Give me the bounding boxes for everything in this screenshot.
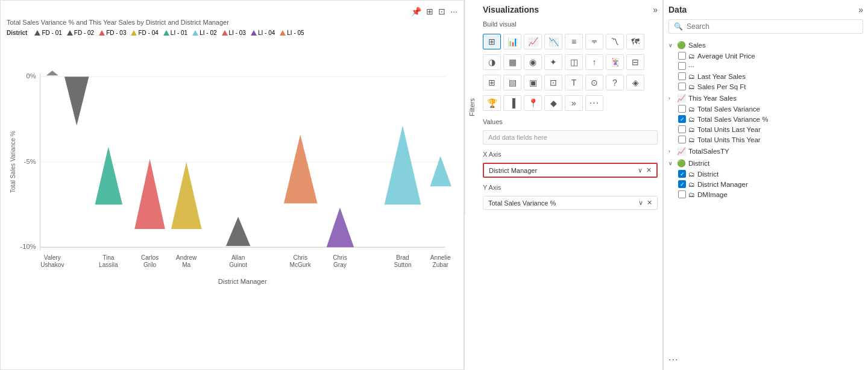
viz-icon-table[interactable]: ⊟ [626, 54, 644, 70]
checkbox-ellipsis[interactable] [678, 62, 686, 70]
checkbox-dmimage[interactable] [678, 190, 686, 198]
search-box[interactable]: 🔍 [668, 19, 863, 34]
svg-text:Valery: Valery [44, 254, 61, 261]
tree-row-total-units-last[interactable]: 🗂 Total Units Last Year [678, 124, 863, 134]
viz-icon-map[interactable]: 🗺 [626, 34, 644, 49]
expand-icon[interactable]: ⊡ [438, 7, 445, 16]
viz-icon-area[interactable]: 📉 [544, 34, 562, 49]
sales-sqft-label: Sales Per Sq Ft [697, 83, 863, 90]
tree-row-avg-price[interactable]: 🗂 Average Unit Price [678, 51, 863, 61]
svg-text:Annelie: Annelie [430, 254, 451, 261]
viz-icon-sunburst[interactable]: ◉ [524, 54, 542, 70]
svg-text:Gray: Gray [333, 262, 347, 268]
viz-icon-slicer[interactable]: ▤ [503, 75, 521, 90]
data-panel-dots: ··· [668, 350, 863, 365]
viz-icon-qa[interactable]: ? [606, 75, 624, 90]
legend-fd02-icon [67, 30, 73, 36]
xaxis-chevron[interactable]: ∨ [638, 166, 643, 174]
district-icon: 🟢 [677, 159, 686, 168]
checkbox-last-year[interactable] [678, 72, 686, 80]
checkbox-total-var-pct[interactable] [678, 115, 686, 123]
triangle-ushakov-small [46, 71, 58, 75]
sales-label: Sales [688, 42, 863, 49]
total-var-pct-label: Total Sales Variance % [697, 116, 863, 123]
tree-row-dmimage[interactable]: 🗂 DMImage [678, 189, 863, 199]
checkbox-total-units-this[interactable] [678, 136, 686, 143]
totalsalesty-label: TotalSalesTY [688, 148, 863, 155]
total-units-this-icon: 🗂 [688, 136, 695, 143]
more-icon[interactable]: ··· [450, 7, 458, 16]
tree-row-totalsalesty[interactable]: › 📈 TotalSalesTY [668, 146, 863, 157]
legend-fd01: FD - 01 [34, 30, 61, 36]
viz-icon-shape[interactable]: ▣ [524, 75, 542, 90]
viz-icon-scatter2[interactable]: ✦ [544, 54, 562, 70]
viz-icon-gauge[interactable]: ◫ [565, 54, 583, 70]
tree-row-district[interactable]: ∨ 🟢 District [668, 158, 863, 169]
xaxis-actions: ∨ ✕ [638, 166, 652, 174]
viz-icon-button[interactable]: ⊙ [585, 75, 603, 90]
viz-icon-image[interactable]: ⊡ [544, 75, 562, 90]
tree-row-total-units-this[interactable]: 🗂 Total Units This Year [678, 134, 863, 145]
viz-icon-kpi[interactable]: ↑ [585, 54, 603, 70]
xaxis-close[interactable]: ✕ [646, 166, 652, 174]
tree-row-district-manager[interactable]: 🗂 District Manager [678, 179, 863, 189]
viz-icon-matrix[interactable]: ⊞ [483, 75, 501, 90]
checkbox-total-units-last[interactable] [678, 125, 686, 133]
tree-row-total-sales-var-pct[interactable]: 🗂 Total Sales Variance % [678, 114, 863, 124]
viz-icon-bar[interactable]: 📊 [503, 34, 521, 49]
viz-expand-button[interactable]: » [653, 5, 658, 14]
data-more-icon[interactable]: ··· [668, 354, 678, 365]
viz-icon-bar2[interactable]: ▐ [503, 95, 521, 111]
viz-icon-map2[interactable]: 📍 [524, 95, 542, 111]
viz-icon-funnel[interactable]: 〽 [606, 34, 624, 49]
tree-row-district-field[interactable]: 🗂 District [678, 169, 863, 179]
tree-row-last-year-sales[interactable]: 🗂 Last Year Sales [678, 71, 863, 81]
yaxis-chevron[interactable]: ∨ [638, 199, 643, 207]
viz-icon-decomp[interactable]: 🏆 [483, 95, 501, 111]
tree-row-total-sales-var[interactable]: 🗂 Total Sales Variance [678, 104, 863, 114]
viz-icon-row-1: ⊞ 📊 📈 📉 ≡ ⫧ 〽 🗺 [483, 34, 658, 49]
search-icon: 🔍 [674, 22, 683, 31]
checkbox-sales-sqft[interactable] [678, 83, 686, 90]
values-field[interactable]: Add data fields here [483, 130, 658, 145]
viz-icon-waterfall[interactable]: ⫧ [585, 34, 603, 49]
viz-icon-arrow[interactable]: » [565, 95, 583, 111]
viz-icon-text[interactable]: T [565, 75, 583, 90]
filter-icon[interactable]: ⊞ [426, 7, 433, 16]
viz-icon-more[interactable]: ··· [585, 95, 603, 111]
tree-row-sales[interactable]: ∨ 🟢 Sales [668, 40, 863, 51]
pin-icon[interactable]: 📌 [411, 7, 421, 16]
tree-row-sales-per-sqft[interactable]: 🗂 Sales Per Sq Ft [678, 81, 863, 92]
ellipsis-label: ··· [688, 63, 863, 70]
this-year-label: This Year Sales [688, 95, 863, 102]
yaxis-field[interactable]: Total Sales Variance % ∨ ✕ [483, 196, 658, 210]
legend-fd04-icon [131, 30, 137, 36]
svg-text:Ma: Ma [182, 262, 190, 268]
checkbox-district-manager[interactable] [678, 180, 686, 188]
total-var-label: Total Sales Variance [697, 105, 863, 113]
district-field-label: District [697, 171, 863, 178]
tree-row-ellipsis[interactable]: ··· [678, 61, 863, 71]
viz-icon-treemap[interactable]: ▦ [503, 54, 521, 70]
yaxis-close[interactable]: ✕ [647, 199, 652, 207]
xaxis-field[interactable]: District Manager ∨ ✕ [483, 163, 658, 178]
svg-text:Carlos: Carlos [141, 254, 159, 261]
viz-icon-custom[interactable]: ◆ [544, 95, 562, 111]
filters-sidebar[interactable]: Filters [465, 0, 478, 215]
svg-text:Brad: Brad [396, 254, 409, 261]
this-year-icon: 📈 [677, 94, 686, 102]
viz-icon-card[interactable]: 🃏 [606, 54, 624, 70]
data-expand-button[interactable]: » [858, 5, 863, 14]
viz-icon-ribbon[interactable]: ≡ [565, 34, 583, 49]
viz-icon-scatter[interactable]: ⊞ [483, 34, 501, 49]
search-input[interactable] [687, 22, 858, 31]
checkbox-district-field[interactable] [678, 170, 686, 178]
tree-row-this-year[interactable]: › 📈 This Year Sales [668, 93, 863, 104]
checkbox-total-var[interactable] [678, 105, 686, 113]
checkbox-avg-price[interactable] [678, 52, 686, 60]
last-year-label: Last Year Sales [697, 73, 863, 80]
viz-icon-row-3: ⊞ ▤ ▣ ⊡ T ⊙ ? ◈ [483, 75, 658, 90]
viz-icon-smart[interactable]: ◈ [626, 75, 644, 90]
viz-icon-pie[interactable]: ◑ [483, 54, 501, 70]
viz-icon-line[interactable]: 📈 [524, 34, 542, 49]
